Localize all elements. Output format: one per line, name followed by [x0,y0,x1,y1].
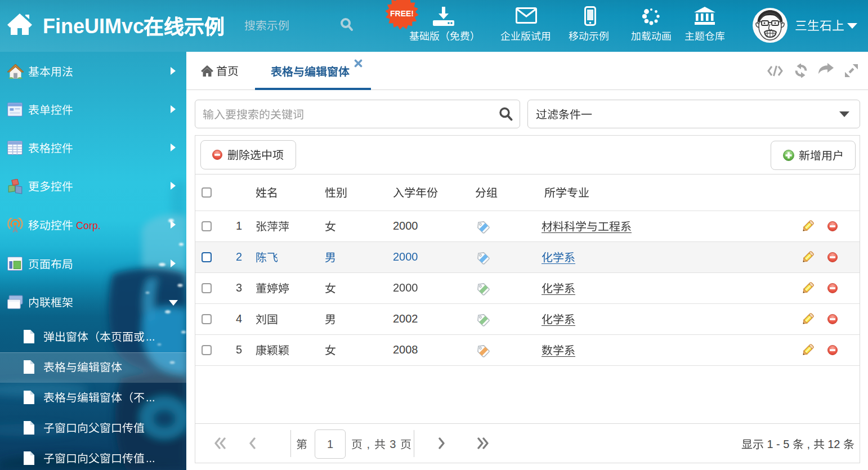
svg-text:FREE!: FREE! [390,9,414,18]
